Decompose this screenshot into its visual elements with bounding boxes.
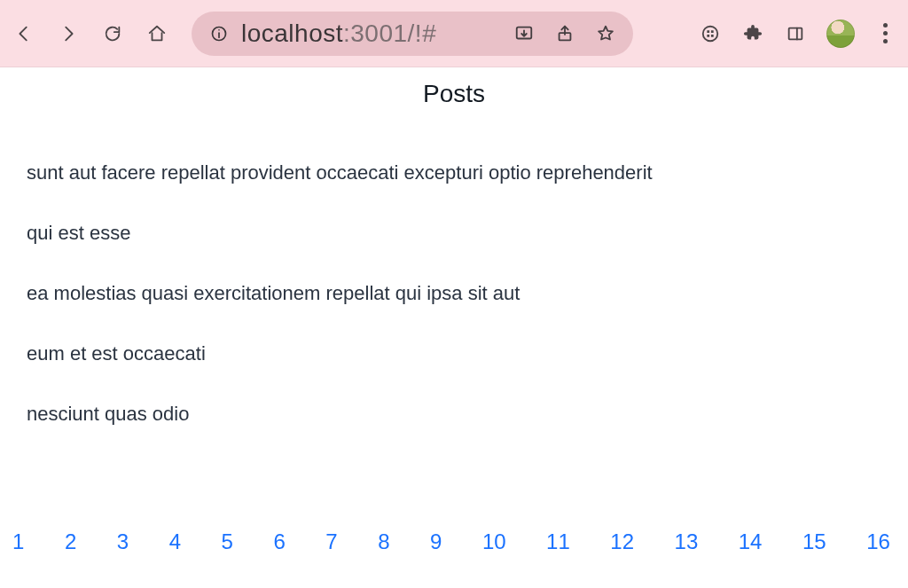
- site-info-icon[interactable]: [207, 22, 231, 45]
- post-item[interactable]: ea molestias quasi exercitationem repell…: [27, 282, 881, 305]
- svg-point-5: [703, 26, 718, 41]
- page-title: Posts: [27, 80, 881, 108]
- pagination: 1 2 3 4 5 6 7 8 9 10 11 12 13 14 15 16: [0, 529, 908, 554]
- page-number[interactable]: 12: [607, 529, 638, 554]
- side-panel-icon[interactable]: [784, 22, 807, 45]
- home-button[interactable]: [145, 22, 168, 45]
- page-number[interactable]: 5: [218, 529, 237, 554]
- post-item[interactable]: nesciunt quas odio: [27, 403, 881, 426]
- command-extension-icon[interactable]: [699, 22, 722, 45]
- page-number[interactable]: 7: [322, 529, 340, 554]
- page-number[interactable]: 2: [61, 529, 80, 554]
- page-number[interactable]: 13: [671, 529, 702, 554]
- page-number[interactable]: 6: [270, 529, 288, 554]
- url-rest: :3001/!#: [343, 20, 436, 47]
- page-number[interactable]: 11: [543, 529, 574, 554]
- page-number[interactable]: 8: [374, 529, 393, 554]
- url-host: localhost: [241, 20, 343, 47]
- page-number[interactable]: 4: [166, 529, 184, 554]
- svg-rect-6: [789, 27, 802, 39]
- post-item[interactable]: sunt aut facere repellat provident occae…: [27, 161, 881, 184]
- right-cluster: [699, 20, 896, 48]
- chrome-menu-icon[interactable]: [874, 23, 896, 43]
- forward-button[interactable]: [57, 22, 80, 45]
- url-text: localhost:3001/!#: [241, 20, 436, 48]
- bookmark-star-icon[interactable]: [594, 22, 617, 45]
- share-icon[interactable]: [553, 22, 576, 45]
- address-bar[interactable]: localhost:3001/!#: [192, 12, 633, 56]
- page-number[interactable]: 1: [9, 529, 27, 554]
- post-item[interactable]: eum et est occaecati: [27, 342, 881, 365]
- page-number[interactable]: 14: [735, 529, 766, 554]
- omnibox-trailing: [513, 22, 617, 45]
- page-number[interactable]: 3: [114, 529, 132, 554]
- install-app-icon[interactable]: [513, 22, 536, 45]
- nav-cluster: [12, 22, 168, 45]
- page-number[interactable]: 10: [479, 529, 510, 554]
- page-number[interactable]: 15: [799, 529, 830, 554]
- page-number[interactable]: 9: [427, 529, 445, 554]
- page-content: Posts sunt aut facere repellat provident…: [0, 67, 908, 426]
- profile-avatar[interactable]: [826, 20, 855, 48]
- browser-toolbar: localhost:3001/!#: [0, 0, 908, 67]
- reload-button[interactable]: [101, 22, 124, 45]
- back-button[interactable]: [12, 22, 35, 45]
- post-item[interactable]: qui est esse: [27, 222, 881, 245]
- extensions-puzzle-icon[interactable]: [741, 22, 764, 45]
- post-list: sunt aut facere repellat provident occae…: [27, 161, 881, 426]
- page-number[interactable]: 16: [863, 529, 894, 554]
